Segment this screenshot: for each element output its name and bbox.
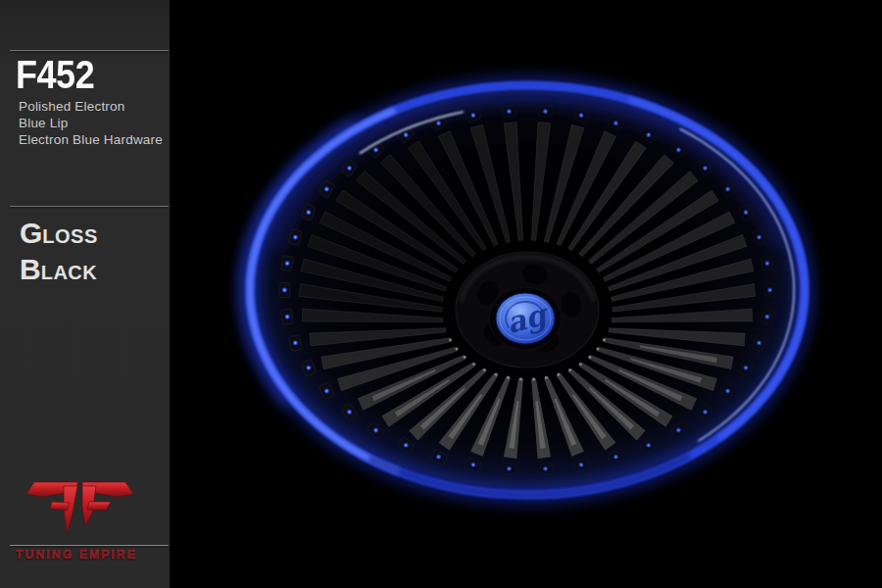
finish-description-line: Electron Blue Hardware: [19, 131, 163, 148]
model-name: F452: [16, 56, 94, 93]
divider: [10, 545, 169, 546]
finish-description: Polished Electron Blue Lip Electron Blue…: [19, 98, 163, 148]
finish-description-line: Blue Lip: [19, 115, 163, 131]
tuning-empire-logo: [23, 478, 136, 539]
finish-description-line: Polished Electron: [19, 98, 163, 115]
tf-monogram: [26, 482, 133, 534]
product-image: ag F452 Polished Electron Blue Lip Elect…: [0, 0, 882, 588]
divider: [10, 206, 169, 207]
info-sidebar: F452 Polished Electron Blue Lip Electron…: [0, 0, 170, 588]
color-finish: GLOSS BLACK: [20, 217, 98, 289]
divider: [10, 50, 169, 51]
color-finish-word: GLOSS: [20, 217, 98, 253]
color-finish-word: BLACK: [20, 253, 98, 289]
brand-name: TUNING EMPIRE: [16, 548, 137, 562]
